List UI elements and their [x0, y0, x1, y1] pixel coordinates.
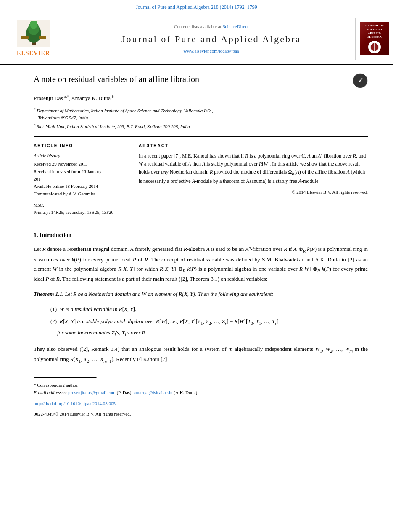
- content-divider: [34, 222, 368, 222]
- theorem-title: Theorem 1.1.: [34, 291, 65, 297]
- journal-title: Journal of Pure and Applied Algebra: [121, 32, 301, 46]
- theorem-item-1: (1) W is a residual variable in R[X, Y].: [50, 304, 368, 314]
- article-title: A note on residual variables of an affin…: [34, 73, 348, 85]
- contents-line: Contents lists available at ScienceDirec…: [174, 23, 248, 30]
- elsevier-tree-image: [17, 20, 50, 47]
- msc-section: MSC: Primary: 14R25; secondary: 13B25; 1…: [34, 202, 117, 216]
- footnote-email: E-mail addresses: prosenjit.das@gmail.co…: [34, 389, 368, 397]
- sciencedirect-link[interactable]: ScienceDirect: [222, 24, 248, 29]
- footnote-star: * Corresponding author.: [34, 382, 368, 389]
- footnote-corresponding: * Corresponding author. E-mail addresses…: [34, 382, 368, 396]
- abstract-heading: ABSTRACT: [139, 142, 368, 149]
- doi-link[interactable]: http://dx.doi.org/10.1016/j.jpaa.2014.03…: [34, 401, 116, 406]
- cover-title-text: JOURNAL OFPURE ANDAPPLIED ALGEBRA: [362, 24, 387, 39]
- cover-icon: [368, 41, 381, 53]
- elsevier-logo-section: ELSEVIER: [0, 18, 67, 60]
- elsevier-logo: ELSEVIER: [17, 20, 50, 58]
- theorem-list: (1) W is a residual variable in R[X, Y].…: [50, 304, 368, 339]
- journal-url: www.elsevier.com/locate/jpaa: [184, 47, 239, 55]
- journal-title-section: Contents lists available at ScienceDirec…: [67, 18, 355, 60]
- article-history-title: Article history:: [34, 152, 117, 159]
- intro-para-1: Let R denote a Noetherian integral domai…: [34, 245, 368, 283]
- article-info-heading: ARTICLE INFO: [34, 142, 117, 149]
- msc-values: Primary: 14R25; secondary: 13B25; 13F20: [34, 209, 117, 216]
- authors-line: Prosenjit Das a,*, Amartya K. Dutta b: [34, 94, 368, 103]
- journal-cover-image: JOURNAL OFPURE ANDAPPLIED ALGEBRA: [360, 22, 389, 55]
- affiliation-b: b Stat-Math Unit, Indian Statistical Ins…: [34, 122, 368, 130]
- theorem-1-1: Theorem 1.1. Let R be a Noetherian domai…: [34, 290, 368, 298]
- main-content: A note on residual variables of an affin…: [0, 65, 393, 426]
- svg-text:✓: ✓: [358, 77, 363, 84]
- article-history: Received 29 November 2013 Received in re…: [34, 161, 117, 198]
- intro-para-2: They also observed ([2], Remark 3.4) tha…: [34, 345, 368, 365]
- abstract-col: ABSTRACT In a recent paper [7], M.E. Kah…: [139, 142, 368, 216]
- article-info-col: ARTICLE INFO Article history: Received 2…: [34, 142, 126, 216]
- header-divider: [34, 136, 368, 137]
- crossmark-logo: ✓: [353, 73, 368, 88]
- communicated-by: Communicated by A.V. Geramita: [34, 190, 117, 198]
- doi-section: http://dx.doi.org/10.1016/j.jpaa.2014.03…: [34, 399, 368, 408]
- journal-header: ELSEVIER Contents lists available at Sci…: [0, 13, 393, 65]
- footnote-divider: [34, 377, 97, 378]
- elsevier-wordmark: ELSEVIER: [17, 49, 50, 58]
- email-dutta[interactable]: amartya@isical.ac.in: [134, 390, 173, 395]
- received-revised-date: Received in revised form 26 January2014: [34, 168, 117, 183]
- abstract-text: In a recent paper [7], M.E. Kahoui has s…: [139, 152, 368, 185]
- received-date: Received 29 November 2013: [34, 161, 117, 168]
- affiliations: a Department of Mathematics, Indian Inst…: [34, 106, 368, 130]
- section-1-title: 1. Introduction: [34, 231, 368, 240]
- copyright-line: © 2014 Elsevier B.V. All rights reserved…: [139, 189, 368, 196]
- journal-reference-text: Journal of Pure and Applied Algebra 218 …: [136, 4, 257, 10]
- svg-rect-5: [39, 36, 46, 39]
- available-online-date: Available online 18 February 2014: [34, 183, 117, 190]
- journal-reference-bar: Journal of Pure and Applied Algebra 218 …: [0, 0, 393, 13]
- footer-issn: 0022-4049/© 2014 Elsevier B.V. All right…: [34, 411, 368, 418]
- msc-title: MSC:: [34, 202, 117, 209]
- affiliation-a: a Department of Mathematics, Indian Inst…: [34, 106, 368, 122]
- email-das[interactable]: prosenjit.das@gmail.com: [68, 390, 116, 395]
- theorem-item-2: (2) R[X, Y] is a stably polynomial algeb…: [50, 316, 368, 338]
- theorem-body: Let R be a Noetherian domain and W an el…: [65, 291, 273, 297]
- journal-cover-section: JOURNAL OFPURE ANDAPPLIED ALGEBRA: [355, 18, 393, 60]
- info-abstract-section: ARTICLE INFO Article history: Received 2…: [34, 142, 368, 216]
- svg-rect-4: [21, 36, 29, 39]
